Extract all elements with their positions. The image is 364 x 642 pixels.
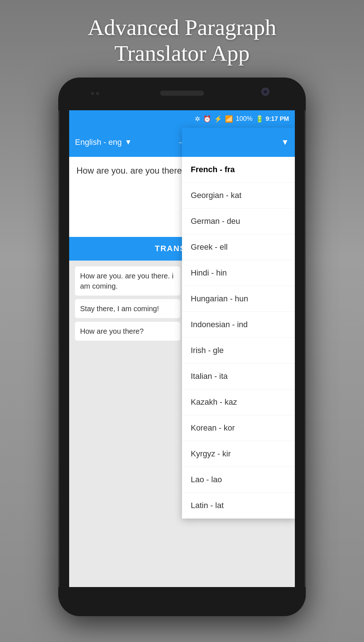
sim-icon: 📶	[225, 115, 233, 123]
dropdown-list: French - fra Georgian - kat German - deu…	[182, 157, 295, 519]
language-dropdown[interactable]: ▼ French - fra Georgian - kat German - d…	[182, 128, 295, 519]
dropdown-item-0[interactable]: French - fra	[182, 157, 295, 183]
dropdown-item-7[interactable]: Irish - gle	[182, 338, 295, 364]
dropdown-item-2[interactable]: German - deu	[182, 209, 295, 234]
status-time: 9:17 PM	[266, 115, 289, 123]
phone-dots	[91, 92, 99, 95]
app-title: Advanced Paragraph Translator App	[40, 15, 324, 67]
alarm-icon: ⏰	[203, 115, 211, 123]
dropdown-item-4[interactable]: Hindi - hin	[182, 260, 295, 286]
source-lang-label: English - eng	[75, 138, 122, 147]
dropdown-item-5[interactable]: Hungarian - hun	[182, 286, 295, 312]
dropdown-header: ▼	[182, 128, 295, 157]
dropdown-item-3[interactable]: Greek - ell	[182, 234, 295, 260]
battery-level: 100%	[236, 115, 253, 123]
phone-speaker	[160, 91, 204, 96]
result-original-2: Stay there, I am coming!	[75, 299, 180, 318]
bluetooth-icon: ✲	[195, 115, 200, 123]
dropdown-item-11[interactable]: Kyrgyz - kir	[182, 441, 295, 467]
source-lang-selector[interactable]: English - eng ▼	[75, 138, 170, 147]
result-original-3: How are you there?	[75, 322, 180, 341]
dropdown-header-arrow: ▼	[281, 138, 289, 147]
source-lang-arrow: ▼	[124, 138, 132, 146]
phone-top-bezel	[58, 78, 306, 110]
phone-dot-1	[91, 92, 94, 95]
phone-dot-2	[96, 92, 99, 95]
phone-camera-inner	[263, 90, 268, 94]
dropdown-item-1[interactable]: Georgian - kat	[182, 183, 295, 209]
dropdown-item-12[interactable]: Lao - lao	[182, 467, 295, 493]
dropdown-item-8[interactable]: Italian - ita	[182, 364, 295, 389]
phone-bottom-bezel	[58, 587, 306, 616]
status-icons: ✲ ⏰ ⚡ 📶 100% 🔋	[195, 115, 264, 123]
battery-icon: 🔋	[256, 115, 264, 123]
phone-shell: ✲ ⏰ ⚡ 📶 100% 🔋 9:17 PM English - eng ▼ →…	[58, 78, 306, 616]
dropdown-item-6[interactable]: Indonesian - ind	[182, 312, 295, 338]
phone-camera	[261, 88, 269, 96]
dropdown-item-13[interactable]: Latin - lat	[182, 493, 295, 519]
dropdown-item-9[interactable]: Kazakh - kaz	[182, 389, 295, 415]
status-bar: ✲ ⏰ ⚡ 📶 100% 🔋 9:17 PM	[69, 110, 295, 128]
wifi-icon: ⚡	[214, 115, 222, 123]
dropdown-item-10[interactable]: Korean - kor	[182, 415, 295, 441]
result-original-1: How are you. are you there. i am coming.	[75, 266, 180, 296]
phone-screen: ✲ ⏰ ⚡ 📶 100% 🔋 9:17 PM English - eng ▼ →…	[69, 110, 295, 587]
